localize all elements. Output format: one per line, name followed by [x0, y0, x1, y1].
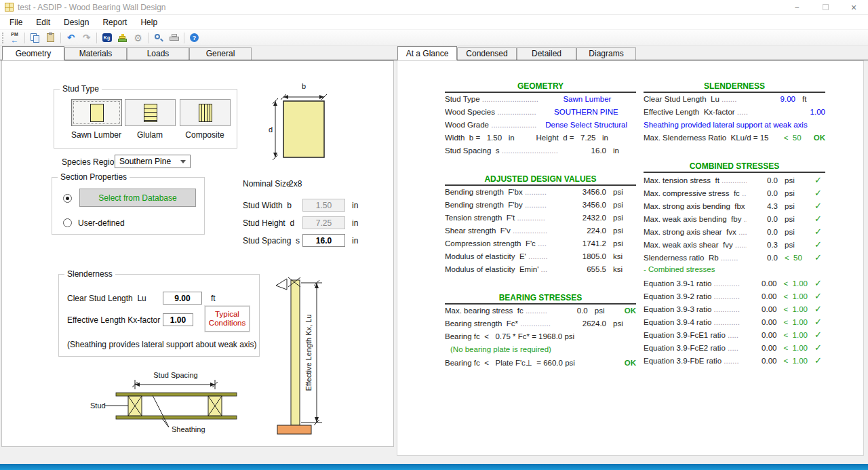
preview-button[interactable] [151, 31, 166, 45]
report-row: Stud Spacing s .........................… [445, 146, 636, 159]
undo-button[interactable]: ↶ [63, 31, 79, 45]
stud-width-label: Stud Width b [243, 201, 292, 210]
section-title: BEARING STRESSES [445, 293, 636, 305]
close-button[interactable]: × [840, 0, 868, 14]
report-row: Wood Species ..................SOUTHERN … [445, 108, 636, 121]
loads-button[interactable] [115, 31, 130, 45]
menu-report[interactable]: Report [96, 16, 134, 28]
tab-geometry[interactable]: Geometry [2, 46, 64, 60]
clear-stud-length-label: Clear Stud Length Lu [67, 294, 146, 303]
row-unit: psi [778, 202, 808, 210]
menu-help[interactable]: Help [134, 16, 164, 28]
menu-edit[interactable]: Edit [29, 16, 57, 28]
toolbar-separator [184, 33, 184, 43]
kx-factor-input[interactable] [163, 313, 193, 326]
paste-button[interactable] [43, 31, 58, 45]
settings-button[interactable]: ⚙ [130, 31, 146, 45]
dim-d-label: d [269, 125, 273, 134]
window-title: test - ASDIP - Wood Bearing Wall Design [18, 3, 166, 12]
row-label: Equation 3.9-1 ratio ............ [644, 279, 746, 288]
row-value: 3456.0 [575, 201, 606, 209]
stud-type-sawn-lumber-button[interactable] [71, 99, 122, 126]
report-row: Effective Length Kx-factor .....1.00 [644, 108, 825, 121]
row-label: Shear strength F'v ................ [445, 227, 575, 235]
gear-icon: ⚙ [134, 33, 142, 43]
tab-loads[interactable]: Loads [127, 47, 189, 60]
stud-height-unit: in [352, 218, 358, 228]
glulam-label: Glulam [119, 130, 180, 140]
toolbar-separator [148, 33, 149, 43]
section-properties-groupbox: Section Properties Select from Database … [52, 177, 205, 235]
project-manager-back-button[interactable]: PM← [7, 31, 22, 45]
user-defined-label: User-defined [78, 218, 125, 228]
row-unit: psi [778, 228, 808, 236]
report-text: - Combined stresses [644, 265, 825, 273]
stud-spacing-input[interactable] [302, 234, 345, 247]
menu-design[interactable]: Design [57, 16, 96, 28]
stud-width-input[interactable] [302, 199, 345, 212]
tab-diagrams[interactable]: Diagrams [576, 47, 636, 60]
check-icon: ✓ [808, 330, 825, 340]
redo-button[interactable]: ↷ [79, 31, 94, 45]
select-from-database-button[interactable]: Select from Database [79, 189, 196, 207]
report-row: Equation 3.9-3 ratio ............0.00< 1… [644, 304, 825, 317]
right-tabstrip: At a Glance Condensed Detailed Diagrams [395, 46, 868, 60]
database-radio[interactable] [63, 194, 72, 203]
minimize-button[interactable]: − [783, 0, 811, 14]
toolbar-separator [24, 33, 25, 43]
row-value: 0.00 [746, 357, 777, 365]
row-value: 0.0 [747, 215, 778, 223]
stud-type-groupbox: Stud Type Sawn Lumber Glulam Composite [54, 89, 237, 149]
units-button[interactable]: Kg [99, 31, 115, 45]
row-unit: psi [606, 188, 636, 196]
row-value: 0.0 [747, 228, 778, 236]
help-button[interactable]: ? [186, 31, 202, 45]
title-bar: test - ASDIP - Wood Bearing Wall Design … [0, 0, 868, 15]
report-row: Bearing fc < Plate F'c⊥ = 660.0 psiOK [445, 358, 636, 371]
sheathing-label: Sheathing [172, 425, 205, 433]
tab-at-a-glance[interactable]: At a Glance [397, 46, 457, 60]
status-ok: OK [618, 307, 636, 315]
print-button[interactable] [166, 31, 182, 45]
row-value: 0.00 [746, 305, 777, 313]
row-unit: ksi [606, 252, 636, 260]
report-row: Equation 3.9-4 ratio ............0.00< 1… [644, 317, 825, 330]
maximize-button[interactable] [811, 0, 840, 14]
tab-materials[interactable]: Materials [64, 47, 127, 60]
main-area: Geometry Materials Loads General Stud Ty… [0, 46, 868, 464]
weight-icon [118, 34, 127, 42]
stud-type-composite-button[interactable] [180, 99, 231, 126]
species-region-select[interactable]: Southern Pine [115, 155, 191, 168]
check-icon: ✓ [808, 317, 825, 327]
tab-general[interactable]: General [189, 47, 252, 60]
row-limit: < 1.00 [777, 305, 808, 313]
row-value: 9.00 [764, 95, 795, 103]
menu-file[interactable]: File [3, 16, 29, 28]
row-value: 4.3 [747, 202, 778, 210]
sheathing-note: (Sheathing provides lateral support abou… [67, 340, 257, 349]
tab-detailed[interactable]: Detailed [517, 47, 576, 60]
row-value: 0.00 [746, 331, 777, 339]
check-icon: ✓ [808, 214, 825, 224]
copy-button[interactable] [27, 31, 43, 45]
row-label: Equation 3.9-4 ratio ............ [644, 318, 746, 326]
stud-type-glulam-button[interactable] [125, 99, 176, 126]
report-row: Max. bearing stress fc ..........0.0psiO… [445, 307, 636, 319]
tab-condensed[interactable]: Condensed [457, 47, 517, 60]
row-limit: < 1.00 [777, 357, 808, 365]
report-row: Equation 3.9-FbE ratio .......0.00< 1.00… [644, 355, 825, 368]
row-label: Max. weak axis shear fvy ........ [644, 241, 747, 249]
row-value: 2624.0 [575, 319, 606, 328]
composite-icon [199, 104, 212, 122]
row-label: Max. tension stress ft ............... [644, 176, 747, 184]
toolbar-separator [60, 33, 61, 43]
report-row: Equation 3.9-FcE1 ratio .....0.00< 1.00✓ [644, 330, 825, 342]
composite-label: Composite [174, 130, 235, 140]
stud-height-input[interactable] [302, 216, 345, 229]
user-defined-radio[interactable] [63, 218, 72, 227]
row-label: Max. weak axis bending fby .... [644, 215, 747, 223]
typical-conditions-button[interactable]: Typical Conditions [205, 306, 250, 332]
clear-stud-length-input[interactable] [163, 292, 202, 305]
report-row: Modulus of elasticity E' .........1805.0… [445, 252, 636, 265]
stud-height-label: Stud Height d [243, 218, 294, 228]
